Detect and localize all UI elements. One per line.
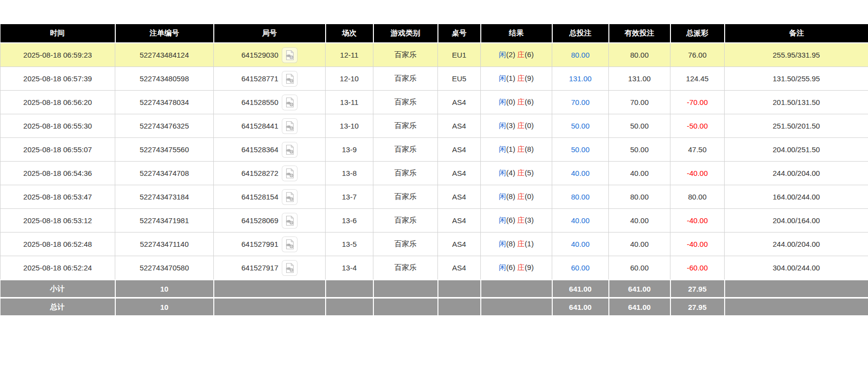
column-header-bet_no: 注单编号 — [115, 24, 214, 43]
cell-time: 2025-08-18 06:55:07 — [0, 138, 115, 162]
cell-time: 2025-08-18 06:53:12 — [0, 209, 115, 233]
cell-result: 闲(6) 庄(9) — [481, 256, 552, 280]
cell-session: 13-5 — [326, 233, 373, 256]
cell-result: 闲(3) 庄(0) — [481, 114, 552, 138]
cell-remark: 131.50/255.95 — [725, 67, 868, 91]
round-number-with-video: 641528771 — [216, 71, 323, 87]
video-replay-button[interactable] — [282, 189, 298, 205]
result-player-label: 闲 — [499, 74, 506, 82]
result-player-score: (6) — [506, 216, 515, 224]
cell-session: 13-6 — [326, 209, 373, 233]
round-number: 641527991 — [241, 240, 278, 248]
footer-cell-time: 小计 — [0, 280, 115, 298]
result-banker-label: 庄 — [517, 216, 525, 224]
cell-bet_no: 522743471140 — [115, 233, 214, 256]
cell-valid_bet: 40.00 — [609, 233, 670, 256]
table-row: 2025-08-18 06:59:23522743484124641529030… — [0, 43, 868, 67]
cell-total_bet: 80.00 — [552, 185, 609, 209]
cell-remark: 164.00/244.00 — [725, 185, 868, 209]
video-replay-button[interactable] — [282, 236, 298, 252]
video-replay-button[interactable] — [282, 166, 298, 181]
video-replay-button[interactable] — [282, 95, 298, 110]
cell-valid_bet: 40.00 — [609, 162, 670, 185]
footer-cell-total_bet: 641.00 — [552, 298, 609, 316]
cell-table_no: AS4 — [438, 91, 481, 114]
result-player-score: (6) — [506, 263, 515, 271]
cell-total_bet: 131.00 — [552, 67, 609, 91]
cell-bet_no: 522743484124 — [115, 43, 214, 67]
column-header-session: 场次 — [326, 24, 373, 43]
cell-payout: 80.00 — [670, 185, 725, 209]
result-player-score: (8) — [506, 239, 515, 248]
result-banker-label: 庄 — [517, 98, 525, 106]
cell-session: 13-4 — [326, 256, 373, 280]
cell-remark: 201.50/131.50 — [725, 91, 868, 114]
video-camera-icon — [284, 144, 296, 156]
cell-table_no: AS4 — [438, 209, 481, 233]
video-camera-icon — [284, 262, 296, 274]
video-replay-button[interactable] — [282, 47, 298, 63]
cell-payout: -40.00 — [670, 209, 725, 233]
footer-cell-remark — [725, 280, 868, 298]
round-number-with-video: 641528272 — [216, 166, 323, 181]
cell-time: 2025-08-18 06:59:23 — [0, 43, 115, 67]
table-header: 时间注单编号局号场次游戏类别桌号结果总投注有效投注总派彩备注 — [0, 24, 868, 43]
cell-remark: 244.00/204.00 — [725, 162, 868, 185]
video-replay-button[interactable] — [282, 142, 298, 158]
cell-total_bet: 80.00 — [552, 43, 609, 67]
cell-payout: -60.00 — [670, 256, 725, 280]
cell-bet_no: 522743470580 — [115, 256, 214, 280]
video-camera-icon — [284, 238, 296, 250]
table-row: 2025-08-18 06:52:24522743470580641527917… — [0, 256, 868, 280]
cell-round_no: 641528364 — [214, 138, 326, 162]
table-row: 2025-08-18 06:53:12522743471981641528069… — [0, 209, 868, 233]
cell-valid_bet: 80.00 — [609, 185, 670, 209]
cell-time: 2025-08-18 06:57:39 — [0, 67, 115, 91]
round-number-with-video: 641528364 — [216, 142, 323, 158]
result-player-score: (8) — [506, 192, 515, 200]
column-header-result: 结果 — [481, 24, 552, 43]
footer-cell-session — [326, 298, 373, 316]
result-player-score: (2) — [506, 50, 515, 59]
result-banker-label: 庄 — [517, 263, 525, 271]
round-number: 641527917 — [241, 264, 278, 272]
cell-session: 13-8 — [326, 162, 373, 185]
footer-cell-remark — [725, 298, 868, 316]
page: 时间注单编号局号场次游戏类别桌号结果总投注有效投注总派彩备注 2025-08-1… — [0, 0, 868, 316]
result-banker-score: (9) — [525, 263, 534, 271]
video-replay-button[interactable] — [282, 118, 298, 134]
cell-total_bet: 50.00 — [552, 138, 609, 162]
column-header-remark: 备注 — [725, 24, 868, 43]
table-row: 2025-08-18 06:55:07522743475560641528364… — [0, 138, 868, 162]
video-replay-button[interactable] — [282, 71, 298, 87]
cell-remark: 304.00/244.00 — [725, 256, 868, 280]
video-replay-button[interactable] — [282, 213, 298, 229]
cell-round_no: 641528550 — [214, 91, 326, 114]
cell-remark: 204.00/251.50 — [725, 138, 868, 162]
cell-total_bet: 40.00 — [552, 162, 609, 185]
video-camera-icon — [284, 97, 296, 108]
cell-valid_bet: 40.00 — [609, 209, 670, 233]
grand-total-row: 总计10641.00641.0027.95 — [0, 298, 868, 316]
cell-round_no: 641528069 — [214, 209, 326, 233]
cell-payout: -70.00 — [670, 91, 725, 114]
result-banker-score: (5) — [525, 168, 534, 177]
cell-result: 闲(1) 庄(8) — [481, 138, 552, 162]
table-row: 2025-08-18 06:53:47522743473184641528154… — [0, 185, 868, 209]
result-banker-label: 庄 — [517, 50, 525, 59]
cell-game_type: 百家乐 — [373, 43, 438, 67]
footer-cell-payout: 27.95 — [670, 298, 725, 316]
cell-session: 13-11 — [326, 91, 373, 114]
result-banker-score: (9) — [525, 74, 534, 82]
cell-total_bet: 70.00 — [552, 91, 609, 114]
result-banker-score: (1) — [525, 239, 534, 248]
cell-table_no: AS4 — [438, 162, 481, 185]
bet-records-table: 时间注单编号局号场次游戏类别桌号结果总投注有效投注总派彩备注 2025-08-1… — [0, 23, 868, 316]
result-banker-score: (8) — [525, 145, 534, 153]
footer-cell-game_type — [373, 298, 438, 316]
cell-payout: 124.45 — [670, 67, 725, 91]
cell-game_type: 百家乐 — [373, 162, 438, 185]
column-header-time: 时间 — [0, 24, 115, 43]
video-replay-button[interactable] — [282, 260, 298, 276]
cell-valid_bet: 70.00 — [609, 91, 670, 114]
